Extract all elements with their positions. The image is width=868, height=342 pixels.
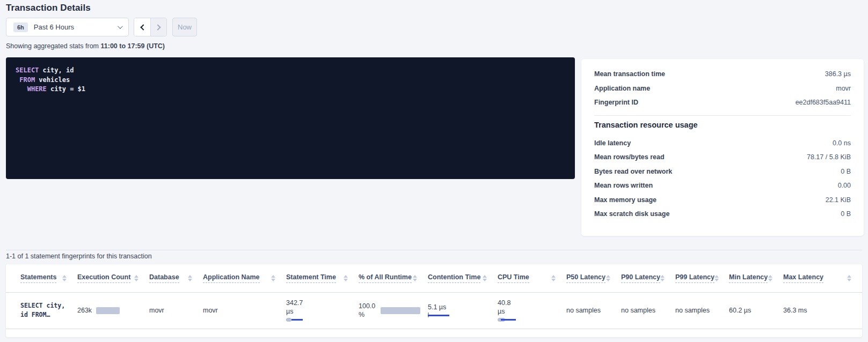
column-header-label: Contention Time bbox=[428, 273, 480, 283]
column-header-label: Database bbox=[149, 273, 179, 283]
summary-row: Application name movr bbox=[594, 81, 851, 96]
statement-cell: SELECT city,id FROM… bbox=[6, 292, 77, 329]
sort-icon[interactable] bbox=[344, 275, 348, 281]
column-header-min-latency[interactable]: Min Latency bbox=[729, 264, 783, 292]
time-range-dropdown[interactable]: 6h Past 6 Hours bbox=[6, 18, 129, 36]
p99-latency-cell: no samples bbox=[675, 292, 729, 329]
resource-row: Bytes read over network 0 B bbox=[594, 165, 851, 179]
sort-icon[interactable] bbox=[660, 275, 665, 281]
column-header-database[interactable]: Database bbox=[149, 264, 203, 292]
time-range-label: Past 6 Hours bbox=[34, 23, 74, 31]
column-header-label: Min Latency bbox=[729, 273, 768, 283]
cpu-time-bar bbox=[498, 318, 561, 323]
table-row: SELECT city,id FROM… 263k movr movr 342.… bbox=[6, 292, 862, 329]
column-header-label: CPU Time bbox=[498, 273, 529, 283]
column-header-label: Statements bbox=[20, 273, 56, 283]
next-time-button[interactable] bbox=[150, 18, 166, 36]
column-header-of-all-runtime[interactable]: % of All Runtime bbox=[359, 264, 428, 292]
column-header-label: Execution Count bbox=[77, 273, 130, 283]
statement-time-bar bbox=[286, 318, 353, 323]
sort-icon[interactable] bbox=[62, 275, 67, 281]
sort-icon[interactable] bbox=[551, 275, 556, 281]
column-header-label: Statement Time bbox=[286, 273, 336, 283]
column-header-max-latency[interactable]: Max Latency bbox=[783, 264, 862, 292]
aggregated-stats-subtitle: Showing aggregated stats from 11:00 to 1… bbox=[6, 42, 165, 50]
contention-time-bar bbox=[428, 314, 492, 318]
resource-row: Idle latency 0.0 ns bbox=[594, 136, 851, 151]
execution-count-bar bbox=[96, 307, 120, 314]
prev-time-button[interactable] bbox=[134, 18, 150, 36]
chevron-left-icon bbox=[140, 24, 146, 30]
resource-row: Mean rows written 0.00 bbox=[594, 179, 851, 193]
column-header-application-name[interactable]: Application Name bbox=[203, 264, 286, 292]
sort-icon[interactable] bbox=[847, 275, 851, 281]
chevron-right-icon bbox=[155, 24, 161, 30]
fingerprint-count-text: 1-1 of 1 statement fingerprints for this… bbox=[6, 252, 152, 260]
contention-time-cell: 5.1 µs bbox=[428, 292, 498, 329]
resource-row: Max memory usage 22.1 KiB bbox=[594, 193, 851, 207]
column-header-label: P99 Latency bbox=[675, 273, 714, 283]
runtime-percent-cell: 100.0 % bbox=[359, 292, 428, 329]
column-header-p50-latency[interactable]: P50 Latency bbox=[566, 264, 621, 292]
cpu-time-cell: 40.8 µs bbox=[498, 292, 566, 329]
transaction-summary-panel: Mean transaction time 386.3 µs Applicati… bbox=[581, 59, 864, 236]
execution-count-cell: 263k bbox=[77, 292, 149, 329]
sql-query-box: SELECT city, id FROM vehicles WHERE city… bbox=[6, 57, 575, 179]
sort-icon[interactable] bbox=[413, 275, 417, 281]
time-picker-row: 6h Past 6 Hours Now bbox=[6, 18, 197, 36]
now-button[interactable]: Now bbox=[172, 18, 197, 36]
statements-table: StatementsExecution CountDatabaseApplica… bbox=[6, 264, 862, 329]
sort-icon[interactable] bbox=[271, 275, 275, 281]
p90-latency-cell: no samples bbox=[621, 292, 675, 329]
sort-icon[interactable] bbox=[606, 275, 610, 281]
column-header-label: P90 Latency bbox=[621, 273, 660, 283]
column-header-p90-latency[interactable]: P90 Latency bbox=[621, 264, 675, 292]
statement-time-cell: 342.7 µs bbox=[286, 292, 359, 329]
time-range-badge: 6h bbox=[13, 23, 28, 32]
page-title: Transaction Details bbox=[6, 3, 91, 13]
sort-icon[interactable] bbox=[188, 275, 192, 281]
summary-row: Mean transaction time 386.3 µs bbox=[594, 67, 851, 81]
column-header-label: % of All Runtime bbox=[359, 273, 412, 283]
statements-table-card: StatementsExecution CountDatabaseApplica… bbox=[6, 264, 862, 337]
p50-latency-cell: no samples bbox=[566, 292, 621, 329]
column-header-label: Max Latency bbox=[783, 273, 823, 283]
section-divider bbox=[6, 250, 862, 250]
max-latency-cell: 36.3 ms bbox=[783, 292, 862, 329]
summary-row: Fingerprint ID ee2df683f5aa9411 bbox=[594, 95, 851, 110]
resource-row: Mean rows/bytes read 78.17 / 5.8 KiB bbox=[594, 150, 851, 165]
statement-fingerprint-link[interactable]: SELECT city,id FROM… bbox=[20, 301, 72, 319]
column-header-statement-time[interactable]: Statement Time bbox=[286, 264, 359, 292]
column-header-statements[interactable]: Statements bbox=[6, 264, 77, 292]
sort-icon[interactable] bbox=[134, 275, 138, 281]
column-header-label: Application Name bbox=[203, 273, 260, 283]
sql-text: SELECT city, id FROM vehicles WHERE city… bbox=[16, 66, 565, 94]
table-header-row: StatementsExecution CountDatabaseApplica… bbox=[6, 264, 862, 292]
chevron-down-icon bbox=[118, 24, 123, 29]
sort-icon[interactable] bbox=[483, 275, 487, 281]
application-name-cell: movr bbox=[203, 292, 286, 329]
time-step-buttons bbox=[134, 18, 167, 36]
column-header-execution-count[interactable]: Execution Count bbox=[77, 264, 149, 292]
runtime-percent-bar bbox=[381, 307, 420, 314]
column-header-cpu-time[interactable]: CPU Time bbox=[498, 264, 566, 292]
min-latency-cell: 60.2 µs bbox=[729, 292, 783, 329]
database-cell: movr bbox=[149, 292, 203, 329]
column-header-p99-latency[interactable]: P99 Latency bbox=[675, 264, 729, 292]
panel-divider bbox=[594, 115, 851, 116]
resource-usage-title: Transaction resource usage bbox=[594, 121, 851, 129]
resource-row: Max scratch disk usage 0 B bbox=[594, 207, 851, 221]
time-range-text: 11:00 to 17:59 (UTC) bbox=[101, 42, 165, 50]
column-header-contention-time[interactable]: Contention Time bbox=[428, 264, 498, 292]
column-header-label: P50 Latency bbox=[566, 273, 606, 283]
sort-icon[interactable] bbox=[768, 275, 772, 281]
sort-icon[interactable] bbox=[714, 275, 719, 281]
